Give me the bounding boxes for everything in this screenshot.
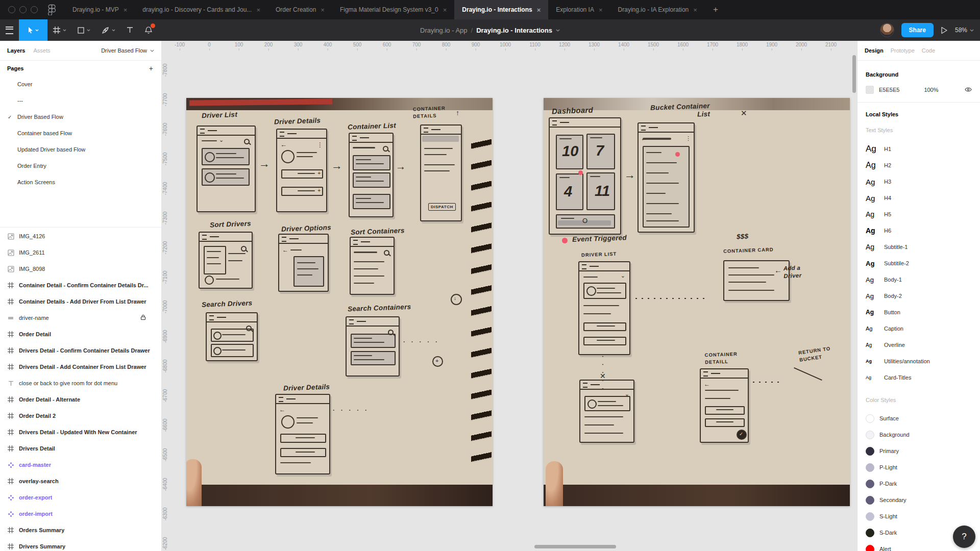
layer-row[interactable]: Container Detail - Confirm Container Det… xyxy=(0,277,161,293)
page-item-order-entry[interactable]: Order Entry xyxy=(0,158,161,174)
share-button[interactable]: Share xyxy=(901,23,934,37)
window-zoom-button[interactable] xyxy=(31,6,38,13)
layer-row[interactable]: card-master xyxy=(0,457,161,473)
tab-close-icon[interactable]: × xyxy=(693,7,697,13)
new-tab-button[interactable]: + xyxy=(705,5,726,15)
main-menu-button[interactable] xyxy=(0,19,19,41)
frame-tool-button[interactable] xyxy=(47,19,72,41)
tab-prototype[interactable]: Prototype xyxy=(891,47,915,54)
add-page-button[interactable]: + xyxy=(149,64,153,72)
user-avatar[interactable] xyxy=(880,23,894,37)
layer-row[interactable]: overlay-search xyxy=(0,473,161,489)
color-style-row[interactable]: Primary xyxy=(857,443,980,459)
color-style-row[interactable]: S-Light xyxy=(857,508,980,524)
tab-layers[interactable]: Layers xyxy=(7,47,25,54)
text-style-row[interactable]: AgSubtitle-1 xyxy=(857,239,980,255)
tab-design[interactable]: Design xyxy=(865,47,884,54)
page-item-separator[interactable]: --- xyxy=(0,92,161,109)
canvas-photo-right-sketch[interactable]: Dashboard 10 7 4 11 O → Bucket Container… xyxy=(544,98,850,506)
tab-code[interactable]: Code xyxy=(922,47,935,54)
tab-close-icon[interactable]: × xyxy=(443,7,447,13)
tab-close-icon[interactable]: × xyxy=(256,7,260,13)
text-style-row[interactable]: AgBody-2 xyxy=(857,288,980,304)
layer-row[interactable]: Container Details - Add Driver From List… xyxy=(0,293,161,310)
background-opacity-value[interactable]: 100% xyxy=(924,87,938,93)
layer-row[interactable]: Orders Summary xyxy=(0,522,161,538)
vertical-scrollbar[interactable] xyxy=(852,55,856,93)
layer-row[interactable]: Order Detail - Alternate xyxy=(0,391,161,408)
text-style-row[interactable]: AgH3 xyxy=(857,173,980,190)
help-button[interactable]: ? xyxy=(953,525,975,548)
text-style-row[interactable]: AgH5 xyxy=(857,206,980,222)
text-style-row[interactable]: AgCard-Titles xyxy=(857,369,980,386)
tab-close-icon[interactable]: × xyxy=(599,7,603,13)
background-color-swatch[interactable] xyxy=(866,86,874,94)
canvas[interactable]: -100010020030040050060070080090010001100… xyxy=(161,41,857,551)
layer-row[interactable]: IMG_4126 xyxy=(0,228,161,244)
breadcrumb-parent[interactable]: Draying.io - App xyxy=(420,27,468,34)
color-style-row[interactable]: P-Light xyxy=(857,459,980,475)
color-style-row[interactable]: Background xyxy=(857,427,980,443)
color-style-row[interactable]: P-Dark xyxy=(857,475,980,492)
layer-row[interactable]: Drivers Detail - Add Container From List… xyxy=(0,359,161,375)
layer-row[interactable]: order-export xyxy=(0,489,161,506)
file-tab-active[interactable]: Draying.io - Interactions× xyxy=(454,0,548,19)
file-tab-1[interactable]: Draying.io - MVP× xyxy=(65,0,135,19)
text-style-row[interactable]: AgH1 xyxy=(857,141,980,157)
page-item-container-based-flow[interactable]: Container based Flow xyxy=(0,125,161,141)
window-minimize-button[interactable] xyxy=(19,6,27,13)
layer-row[interactable]: IMG_2611 xyxy=(0,244,161,261)
background-color-row[interactable]: E5E5E5 100% xyxy=(857,82,980,98)
page-selector[interactable]: Driver Based Flow xyxy=(101,47,154,54)
page-item-action-screens[interactable]: Action Screens xyxy=(0,174,161,190)
window-controls[interactable] xyxy=(0,6,45,13)
layer-row[interactable]: Order Detail 2 xyxy=(0,408,161,424)
text-tool-button[interactable] xyxy=(121,19,139,41)
text-style-row[interactable]: AgH4 xyxy=(857,190,980,206)
move-tool-button[interactable] xyxy=(19,19,47,41)
canvas-photo-left-sketch[interactable]: Driver List ⌄ → Driver Details ← ⋮ + + →… xyxy=(186,98,493,506)
layer-row[interactable]: IMG_8098 xyxy=(0,261,161,277)
tab-close-icon[interactable]: × xyxy=(537,7,541,13)
zoom-control[interactable]: 58% xyxy=(955,27,974,34)
layer-row[interactable]: Drivers Detail - Updated With New Contai… xyxy=(0,424,161,440)
breadcrumb[interactable]: Draying.io - App / Draying.io - Interact… xyxy=(420,19,560,41)
file-tab-4[interactable]: Figma Material Design System v3_0× xyxy=(332,0,454,19)
text-style-row[interactable]: AgSubtitile-2 xyxy=(857,255,980,271)
layer-row[interactable]: Drivers Detail - Confirm Container Detai… xyxy=(0,342,161,359)
layer-row[interactable]: Drivers Detail xyxy=(0,440,161,457)
page-item-cover[interactable]: Cover xyxy=(0,76,161,92)
color-style-row[interactable]: Secondary xyxy=(857,492,980,508)
text-style-row[interactable]: AgH2 xyxy=(857,157,980,173)
comment-tool-button[interactable] xyxy=(139,19,158,41)
layer-row[interactable]: driver-name xyxy=(0,310,161,326)
layer-row[interactable]: Order Detail xyxy=(0,326,161,342)
shape-tool-button[interactable] xyxy=(72,19,96,41)
text-style-row[interactable]: AgCaption xyxy=(857,320,980,337)
tab-assets[interactable]: Assets xyxy=(33,47,50,54)
chevron-down-icon[interactable] xyxy=(556,29,560,32)
file-tab-6[interactable]: Exploration IA× xyxy=(548,0,610,19)
window-close-button[interactable] xyxy=(8,6,15,13)
text-style-row[interactable]: AgUtilities/annotation xyxy=(857,353,980,369)
layer-row[interactable]: Drivers Summary xyxy=(0,538,161,551)
layer-row[interactable]: close or back to give room for dot menu xyxy=(0,375,161,391)
color-style-row[interactable]: Surface xyxy=(857,410,980,427)
text-style-row[interactable]: AgButton xyxy=(857,304,980,320)
text-style-row[interactable]: AgBody-1 xyxy=(857,271,980,288)
present-play-button[interactable] xyxy=(941,27,948,34)
page-item-driver-based-flow[interactable]: ✓Driver Based Flow xyxy=(0,109,161,125)
file-tab-3[interactable]: Order Creation× xyxy=(268,0,332,19)
breadcrumb-current[interactable]: Draying.io - Interactions xyxy=(476,27,552,34)
file-tab-2[interactable]: draying.io - Discovery - Cards and Jou..… xyxy=(135,0,268,19)
visibility-eye-icon[interactable] xyxy=(965,87,972,93)
layer-row[interactable]: order-import xyxy=(0,506,161,522)
tab-close-icon[interactable]: × xyxy=(321,7,325,13)
pen-tool-button[interactable] xyxy=(96,19,121,41)
lock-icon[interactable] xyxy=(140,314,146,321)
background-hex-value[interactable]: E5E5E5 xyxy=(879,87,899,93)
tab-close-icon[interactable]: × xyxy=(124,7,128,13)
horizontal-scrollbar[interactable] xyxy=(534,545,616,548)
text-style-row[interactable]: AgOverline xyxy=(857,337,980,353)
file-tab-7[interactable]: Draying.io - IA Exploration× xyxy=(610,0,705,19)
